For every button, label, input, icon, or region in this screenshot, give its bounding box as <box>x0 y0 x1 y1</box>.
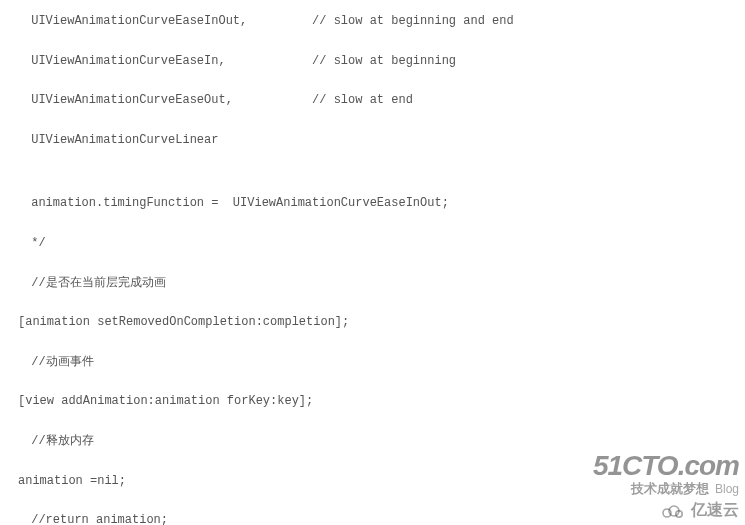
code-line: [view addAnimation:animation forKey:key]… <box>18 394 727 410</box>
code-comment: //是否在当前层完成动画 <box>18 276 727 292</box>
code-line: UIViewAnimationCurveEaseOut, // slow at … <box>18 93 727 109</box>
code-block: UIViewAnimationCurveEaseInOut, // slow a… <box>0 0 745 525</box>
code-comment: //return animation; <box>18 513 727 525</box>
code-line: [animation setRemovedOnCompletion:comple… <box>18 315 727 331</box>
code-line: animation =nil; <box>18 474 727 490</box>
code-line: UIViewAnimationCurveEaseInOut, // slow a… <box>18 14 727 30</box>
code-comment: //释放内存 <box>18 434 727 450</box>
code-line: UIViewAnimationCurveEaseIn, // slow at b… <box>18 54 727 70</box>
code-line: animation.timingFunction = UIViewAnimati… <box>18 196 727 212</box>
code-line: */ <box>18 236 727 252</box>
code-comment: //动画事件 <box>18 355 727 371</box>
code-line: UIViewAnimationCurveLinear <box>18 133 727 149</box>
